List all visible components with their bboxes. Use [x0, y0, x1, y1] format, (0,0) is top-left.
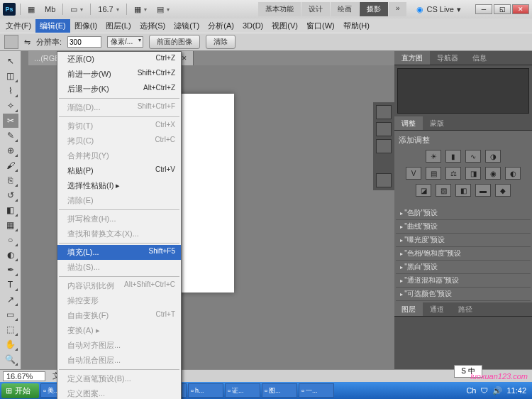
history-brush-tool[interactable]: ↺: [3, 188, 18, 202]
move-tool[interactable]: ↖: [3, 54, 18, 68]
workspace-more[interactable]: »: [389, 2, 407, 16]
arrange-docs-button[interactable]: ▦: [131, 4, 150, 16]
menu-file[interactable]: 文件(F): [1, 19, 35, 33]
zoom-level[interactable]: 16.7: [95, 4, 121, 15]
panel-icon[interactable]: [376, 105, 392, 119]
preset-item[interactable]: "通道混和器"预设: [396, 274, 531, 288]
workspace-tab[interactable]: 基本功能: [258, 2, 301, 16]
taskbar-item[interactable]: ▫证...: [225, 383, 260, 398]
tool-preset-icon[interactable]: [4, 35, 18, 49]
gradient-tool[interactable]: ▦: [3, 218, 18, 232]
blur-tool[interactable]: ○: [3, 233, 18, 247]
workspace-tab[interactable]: 绘画: [331, 2, 359, 16]
menu-analysis[interactable]: 分析(A): [204, 19, 238, 33]
hue-icon[interactable]: ▤: [426, 167, 441, 180]
eraser-tool[interactable]: ◧: [3, 203, 18, 217]
pen-tool[interactable]: ✒: [3, 263, 18, 277]
invert-icon[interactable]: ◪: [416, 184, 431, 197]
system-tray[interactable]: Ch🛡🔊 11:42: [466, 386, 531, 395]
preset-item[interactable]: "可选颜色"预设: [396, 288, 531, 301]
menu-filter[interactable]: 滤镜(T): [170, 19, 204, 33]
curves-icon[interactable]: ∿: [465, 150, 481, 163]
menu-item[interactable]: 后退一步(K)Alt+Ctrl+Z: [57, 82, 181, 97]
panel-icon[interactable]: [376, 122, 392, 136]
eyedropper-tool[interactable]: ✎: [3, 129, 18, 143]
panel-tab-paths[interactable]: 路径: [451, 302, 480, 316]
minimize-button[interactable]: ─: [475, 4, 492, 14]
shape-tool[interactable]: ▭: [3, 307, 18, 322]
heal-tool[interactable]: ⊕: [3, 143, 18, 158]
zoom-tool[interactable]: 🔍: [3, 352, 18, 366]
bridge-button[interactable]: ▦: [25, 4, 38, 16]
wand-tool[interactable]: ✧: [3, 99, 18, 113]
start-button[interactable]: ⊞开始: [1, 383, 39, 398]
menu-3d[interactable]: 3D(D): [238, 20, 267, 31]
3d-tool[interactable]: ⬚: [3, 322, 18, 337]
mixer-icon[interactable]: ◐: [505, 167, 521, 180]
panel-tab-histogram[interactable]: 直方图: [394, 51, 430, 65]
taskbar-item[interactable]: ▫h...: [188, 383, 223, 398]
bw-icon[interactable]: ◨: [465, 167, 481, 180]
preset-item[interactable]: "黑白"预设: [396, 261, 531, 274]
brush-tool[interactable]: 🖌: [3, 158, 18, 173]
menu-select[interactable]: 选择(S): [135, 19, 170, 33]
restore-button[interactable]: ◱: [494, 4, 511, 14]
crop-tool[interactable]: ✂: [3, 114, 18, 128]
panel-tab-layers[interactable]: 图层: [394, 302, 423, 316]
panel-icon[interactable]: [376, 139, 392, 153]
photo-filter-icon[interactable]: ◉: [485, 167, 501, 180]
taskbar-item[interactable]: ▫一...: [299, 383, 334, 398]
resolution-input[interactable]: [67, 36, 101, 48]
balance-icon[interactable]: ⚖: [445, 167, 461, 180]
preset-item[interactable]: "色阶"预设: [396, 207, 531, 220]
zoom-field[interactable]: 16.67%: [3, 371, 45, 381]
menu-help[interactable]: 帮助(H): [339, 19, 374, 33]
menu-item[interactable]: 填充(L)...Shift+F5: [57, 245, 181, 260]
preset-item[interactable]: "色相/饱和度"预设: [396, 247, 531, 261]
marquee-tool[interactable]: ◫: [3, 69, 18, 83]
menu-item[interactable]: 选择性粘贴(I) ▸: [57, 178, 181, 193]
path-tool[interactable]: ↗: [3, 293, 18, 307]
clear-button[interactable]: 清除: [206, 35, 235, 49]
preset-item[interactable]: "曝光度"预设: [396, 234, 531, 247]
menu-image[interactable]: 图像(I): [70, 19, 101, 33]
dodge-tool[interactable]: ◐: [3, 248, 18, 262]
units-select[interactable]: 像素/...: [107, 36, 143, 48]
stamp-tool[interactable]: ⎘: [3, 173, 18, 187]
selective-icon[interactable]: ◆: [495, 184, 511, 197]
menu-item[interactable]: 还原(O)Ctrl+Z: [57, 52, 181, 67]
hand-tool[interactable]: ✋: [3, 337, 18, 351]
levels-icon[interactable]: ▮: [445, 150, 461, 163]
threshold-icon[interactable]: ◧: [455, 184, 471, 197]
brightness-icon[interactable]: ☀: [426, 150, 441, 163]
workspace-tab[interactable]: 设计: [301, 2, 330, 16]
posterize-icon[interactable]: ▨: [436, 184, 451, 197]
close-tab-icon[interactable]: ✕: [182, 55, 187, 62]
lasso-tool[interactable]: ⌇: [3, 84, 18, 98]
close-button[interactable]: ✕: [512, 4, 529, 14]
front-image-button[interactable]: 前面的图像: [149, 35, 200, 49]
minibridge-button[interactable]: Mb: [42, 4, 58, 15]
menu-layer[interactable]: 图层(L): [101, 19, 135, 33]
panel-icon[interactable]: [376, 173, 392, 187]
exposure-icon[interactable]: ◑: [485, 150, 501, 163]
taskbar-item[interactable]: ▫图...: [262, 383, 297, 398]
workspace-tab[interactable]: 摄影: [360, 2, 388, 16]
screen-mode-button[interactable]: ▭: [67, 4, 86, 16]
menu-window[interactable]: 窗口(W): [302, 19, 339, 33]
cslive-button[interactable]: ◉CS Live▾: [411, 3, 467, 16]
extras-button[interactable]: ▤: [154, 4, 172, 16]
menu-item[interactable]: 前进一步(W)Shift+Ctrl+Z: [57, 67, 181, 82]
panel-tab-masks[interactable]: 蒙版: [423, 116, 451, 130]
menu-view[interactable]: 视图(V): [267, 19, 302, 33]
vibrance-icon[interactable]: V: [406, 167, 421, 180]
preset-item[interactable]: "曲线"预设: [396, 220, 531, 234]
panel-tab-adjustments[interactable]: 调整: [394, 116, 423, 130]
panel-tab-info[interactable]: 信息: [465, 51, 494, 65]
panel-tab-channels[interactable]: 通道: [423, 302, 451, 316]
type-tool[interactable]: T: [3, 278, 18, 292]
panel-tab-navigator[interactable]: 导航器: [430, 51, 465, 65]
menu-item[interactable]: 粘贴(P)Ctrl+V: [57, 163, 181, 178]
gradient-map-icon[interactable]: ▬: [475, 184, 491, 197]
menu-edit[interactable]: 编辑(E): [35, 19, 70, 33]
